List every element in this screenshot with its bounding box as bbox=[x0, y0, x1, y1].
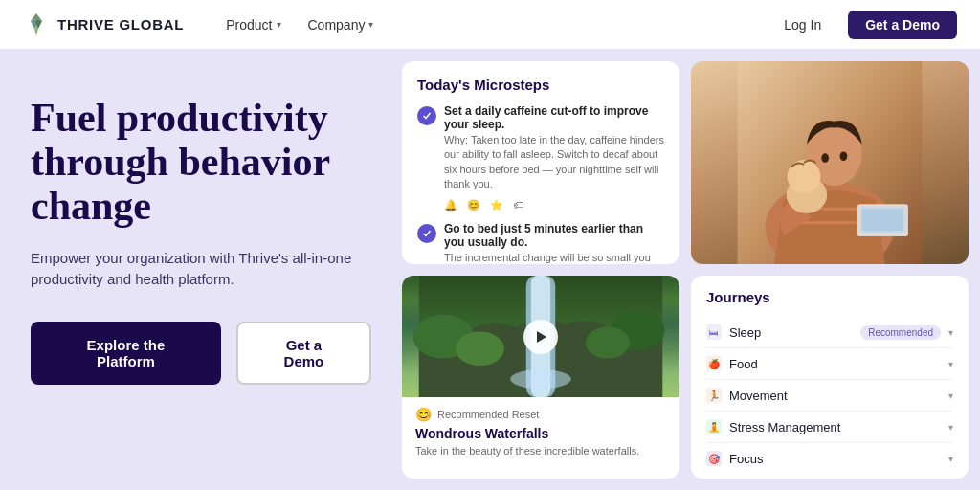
microstep-1-title: Set a daily caffeine cut-off to improve … bbox=[444, 104, 664, 131]
journey-name-4: Focus bbox=[729, 452, 763, 466]
photo-card bbox=[691, 61, 969, 264]
logo: THRIVE GLOBAL bbox=[23, 11, 184, 38]
nav-left: THRIVE GLOBAL Product ▾ Company ▾ bbox=[23, 11, 385, 38]
company-nav-link[interactable]: Company ▾ bbox=[297, 11, 386, 38]
journey-name-0: Sleep bbox=[729, 325, 761, 340]
journey-icon-1: 🍎 bbox=[706, 356, 722, 371]
svg-point-22 bbox=[456, 332, 504, 367]
svg-point-19 bbox=[510, 369, 571, 389]
hero-section: Fuel productivity through behavior chang… bbox=[0, 50, 402, 490]
nav-right: Log In Get a Demo bbox=[768, 11, 957, 39]
waterfall-desc: Take in the beauty of these incredible w… bbox=[415, 444, 666, 458]
microstep-1-icons: 🔔 😊 ⭐ 🏷 bbox=[444, 198, 664, 212]
journeys-list: 🛏 Sleep Recommended ▾ 🍎 Food ▾ 🏃 Movemen… bbox=[706, 317, 953, 474]
logo-text: THRIVE GLOBAL bbox=[57, 16, 184, 33]
company-chevron-icon: ▾ bbox=[368, 19, 373, 30]
play-triangle-icon bbox=[537, 331, 546, 343]
waterfall-image bbox=[402, 276, 679, 397]
reset-label: 😊 Recommended Reset bbox=[415, 407, 666, 422]
journey-name-1: Food bbox=[729, 357, 758, 371]
journey-icon-0: 🛏 bbox=[706, 324, 722, 340]
reset-icon: 😊 bbox=[415, 407, 432, 422]
journey-expand-icon-3[interactable]: ▾ bbox=[948, 422, 953, 433]
get-demo-hero-button[interactable]: Get a Demo bbox=[236, 322, 371, 385]
microstep-item-2: Go to bed just 5 minutes earlier than yo… bbox=[417, 222, 664, 264]
hero-title: Fuel productivity through behavior chang… bbox=[31, 96, 371, 229]
journey-expand-icon-4[interactable]: ▾ bbox=[948, 454, 953, 464]
journey-name-3: Stress Management bbox=[729, 420, 840, 434]
star-icon: ⭐ bbox=[490, 198, 503, 212]
journey-item-0[interactable]: 🛏 Sleep Recommended ▾ bbox=[706, 317, 953, 348]
microstep-2-desc: The incremental change will be so small … bbox=[444, 252, 657, 264]
journey-expand-icon-1[interactable]: ▾ bbox=[948, 359, 953, 369]
explore-platform-button[interactable]: Explore the Platform bbox=[31, 322, 221, 385]
tag-icon: 🏷 bbox=[513, 198, 523, 212]
product-chevron-icon: ▾ bbox=[277, 19, 281, 30]
microsteps-title: Today's Microsteps bbox=[417, 77, 664, 93]
login-button[interactable]: Log In bbox=[768, 11, 836, 39]
journey-expand-icon-0[interactable]: ▾ bbox=[948, 327, 953, 338]
check-icon-2 bbox=[417, 224, 436, 243]
main-content: Fuel productivity through behavior chang… bbox=[0, 50, 980, 490]
face-icon: 😊 bbox=[467, 198, 480, 212]
microstep-1-desc: Why: Taken too late in the day, caffeine… bbox=[444, 134, 664, 189]
journeys-card: Journeys 🛏 Sleep Recommended ▾ 🍎 Food ▾ … bbox=[691, 276, 969, 479]
microstep-item-1: Set a daily caffeine cut-off to improve … bbox=[417, 104, 664, 212]
play-button[interactable] bbox=[523, 320, 558, 354]
svg-point-10 bbox=[788, 160, 821, 193]
microsteps-card: Today's Microsteps Set a daily caffeine … bbox=[402, 61, 679, 264]
journey-icon-2: 🏃 bbox=[706, 388, 722, 403]
journey-item-1[interactable]: 🍎 Food ▾ bbox=[706, 348, 953, 380]
microstep-2-title: Go to bed just 5 minutes earlier than yo… bbox=[444, 222, 664, 249]
journey-icon-3: 🧘 bbox=[706, 419, 722, 434]
svg-point-23 bbox=[586, 326, 630, 358]
journey-item-3[interactable]: 🧘 Stress Management ▾ bbox=[706, 412, 953, 443]
svg-rect-15 bbox=[862, 209, 903, 231]
hero-buttons: Explore the Platform Get a Demo bbox=[31, 322, 371, 385]
product-nav-link[interactable]: Product ▾ bbox=[214, 11, 292, 38]
mother-child-illustration bbox=[691, 61, 969, 264]
bell-icon: 🔔 bbox=[444, 198, 457, 212]
check-icon-1 bbox=[417, 106, 436, 125]
svg-point-11 bbox=[821, 153, 829, 163]
svg-point-12 bbox=[840, 151, 848, 161]
right-panels: Today's Microsteps Set a daily caffeine … bbox=[402, 50, 980, 490]
get-demo-nav-button[interactable]: Get a Demo bbox=[848, 11, 957, 39]
journey-badge-0: Recommended bbox=[860, 325, 941, 340]
journey-icon-4: 🎯 bbox=[706, 451, 722, 466]
logo-icon bbox=[23, 11, 50, 38]
journey-item-2[interactable]: 🏃 Movement ▾ bbox=[706, 380, 953, 412]
journey-expand-icon-2[interactable]: ▾ bbox=[948, 390, 953, 401]
waterfall-content: 😊 Recommended Reset Wondrous Waterfalls … bbox=[402, 397, 679, 479]
journey-name-2: Movement bbox=[729, 389, 788, 403]
waterfall-title: Wondrous Waterfalls bbox=[415, 426, 666, 441]
navbar: THRIVE GLOBAL Product ▾ Company ▾ Log In… bbox=[0, 0, 980, 50]
nav-links: Product ▾ Company ▾ bbox=[214, 11, 385, 38]
journey-item-4[interactable]: 🎯 Focus ▾ bbox=[706, 443, 953, 474]
waterfall-card: 😊 Recommended Reset Wondrous Waterfalls … bbox=[402, 276, 679, 479]
hero-subtitle: Empower your organization with Thrive's … bbox=[31, 248, 356, 291]
journeys-title: Journeys bbox=[706, 289, 953, 305]
